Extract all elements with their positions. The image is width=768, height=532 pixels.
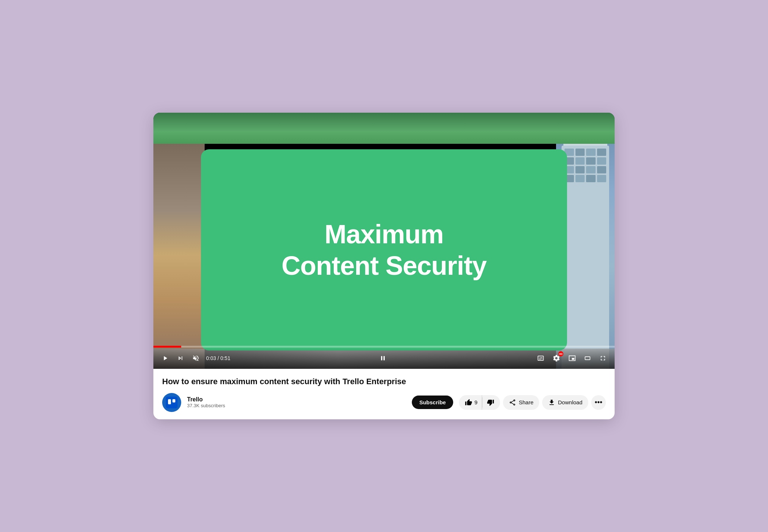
controls-bar: 0:03 / 0:51 HD xyxy=(153,348,615,369)
svg-rect-0 xyxy=(166,397,178,408)
player-card: Maximum Content Security xyxy=(153,113,615,419)
trello-logo-icon xyxy=(166,397,178,408)
warehouse-bg xyxy=(153,142,205,369)
channel-name: Trello xyxy=(187,396,406,403)
thumbs-down-icon xyxy=(487,399,494,406)
hd-badge: HD xyxy=(558,351,563,356)
channel-avatar[interactable] xyxy=(162,393,181,412)
top-strip-plants xyxy=(153,113,615,144)
thumbs-up-icon xyxy=(465,399,472,406)
actions-group: 9 Share Download xyxy=(459,395,606,410)
pause-button[interactable] xyxy=(378,353,388,363)
download-icon xyxy=(548,399,555,406)
fullscreen-button[interactable] xyxy=(598,353,608,363)
theater-mode-button[interactable] xyxy=(582,353,593,363)
mute-button[interactable] xyxy=(191,353,201,363)
video-overlay-text: Maximum Content Security xyxy=(282,218,486,282)
next-button[interactable] xyxy=(175,353,186,363)
info-section: How to ensure maximum content security w… xyxy=(153,369,615,419)
svg-rect-1 xyxy=(168,399,171,404)
dislike-button[interactable] xyxy=(482,395,500,410)
like-button[interactable]: 9 xyxy=(459,395,482,410)
share-button[interactable]: Share xyxy=(503,395,539,410)
video-overlay-card: Maximum Content Security xyxy=(201,149,567,351)
play-button[interactable] xyxy=(160,353,170,363)
svg-rect-2 xyxy=(172,399,175,402)
share-icon xyxy=(509,399,516,406)
likes-dislikes-group: 9 xyxy=(459,395,500,410)
settings-button[interactable]: HD xyxy=(551,353,562,364)
video-thumbnail: Maximum Content Security xyxy=(153,113,615,369)
channel-info: Trello 37.3K subscribers xyxy=(187,396,406,408)
miniplayer-button[interactable] xyxy=(567,353,577,363)
subtitles-button[interactable] xyxy=(536,353,546,363)
download-button[interactable]: Download xyxy=(542,395,588,410)
subscribe-button[interactable]: Subscribe xyxy=(412,396,453,409)
channel-subs: 37.3K subscribers xyxy=(187,403,406,408)
more-options-button[interactable]: ••• xyxy=(591,395,606,410)
video-wrapper[interactable]: Maximum Content Security xyxy=(153,113,615,369)
channel-row: Trello 37.3K subscribers Subscribe 9 xyxy=(162,393,606,412)
more-options-icon: ••• xyxy=(594,398,602,407)
video-title: How to ensure maximum content security w… xyxy=(162,376,606,387)
time-display: 0:03 / 0:51 xyxy=(206,355,230,361)
